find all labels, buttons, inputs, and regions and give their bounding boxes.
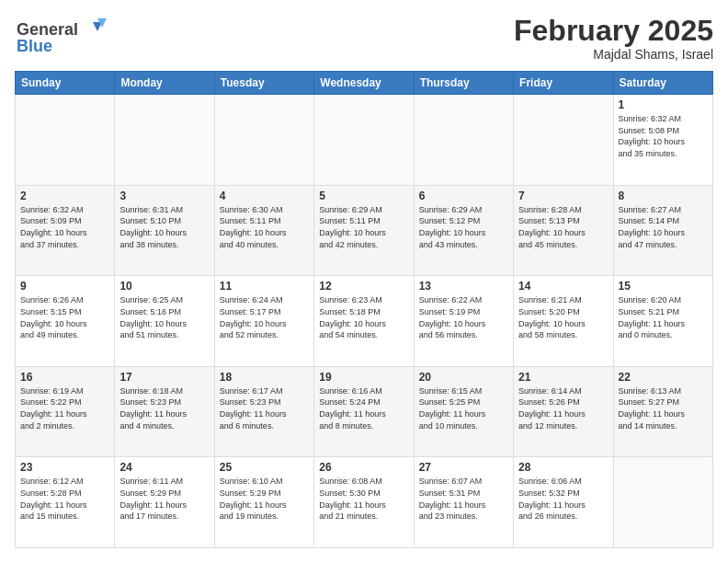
table-row: 4Sunrise: 6:30 AM Sunset: 5:11 PM Daylig…: [214, 185, 313, 276]
day-info: Sunrise: 6:17 AM Sunset: 5:23 PM Dayligh…: [220, 385, 309, 431]
table-row: 13Sunrise: 6:22 AM Sunset: 5:19 PM Dayli…: [414, 276, 513, 367]
table-row: 15Sunrise: 6:20 AM Sunset: 5:21 PM Dayli…: [613, 276, 712, 367]
day-info: Sunrise: 6:31 AM Sunset: 5:10 PM Dayligh…: [119, 204, 209, 250]
day-number: 2: [20, 190, 109, 202]
table-row: 19Sunrise: 6:16 AM Sunset: 5:24 PM Dayli…: [314, 366, 414, 457]
day-info: Sunrise: 6:23 AM Sunset: 5:18 PM Dayligh…: [319, 294, 408, 340]
day-number: 27: [419, 461, 508, 474]
day-number: 11: [220, 280, 309, 293]
day-info: Sunrise: 6:26 AM Sunset: 5:15 PM Dayligh…: [20, 294, 109, 340]
day-number: 22: [619, 371, 708, 384]
table-row: 1Sunrise: 6:32 AM Sunset: 5:08 PM Daylig…: [613, 95, 712, 186]
calendar-week-row: 16Sunrise: 6:19 AM Sunset: 5:22 PM Dayli…: [16, 366, 713, 457]
day-number: 25: [220, 461, 309, 474]
day-info: Sunrise: 6:27 AM Sunset: 5:14 PM Dayligh…: [619, 204, 708, 250]
day-info: Sunrise: 6:06 AM Sunset: 5:32 PM Dayligh…: [518, 476, 608, 522]
header-tuesday: Tuesday: [214, 72, 313, 95]
svg-text:General: General: [17, 20, 78, 39]
location-subtitle: Majdal Shams, Israel: [514, 47, 713, 62]
day-number: 26: [319, 461, 408, 474]
table-row: 7Sunrise: 6:28 AM Sunset: 5:13 PM Daylig…: [514, 185, 613, 276]
day-number: 5: [319, 190, 408, 202]
svg-text:Blue: Blue: [17, 37, 52, 55]
day-number: 7: [518, 190, 608, 202]
header-thursday: Thursday: [414, 72, 513, 95]
day-info: Sunrise: 6:10 AM Sunset: 5:29 PM Dayligh…: [220, 476, 309, 522]
day-info: Sunrise: 6:19 AM Sunset: 5:22 PM Dayligh…: [20, 385, 109, 431]
table-row: 26Sunrise: 6:08 AM Sunset: 5:30 PM Dayli…: [314, 457, 414, 548]
day-number: 3: [119, 190, 209, 202]
day-number: 28: [518, 461, 608, 474]
day-info: Sunrise: 6:13 AM Sunset: 5:27 PM Dayligh…: [619, 385, 708, 431]
table-row: 5Sunrise: 6:29 AM Sunset: 5:11 PM Daylig…: [314, 185, 414, 276]
logo: General Blue: [15, 15, 116, 59]
table-row: 14Sunrise: 6:21 AM Sunset: 5:20 PM Dayli…: [514, 276, 613, 367]
table-row: [16, 95, 115, 186]
day-info: Sunrise: 6:12 AM Sunset: 5:28 PM Dayligh…: [20, 476, 109, 522]
day-number: 18: [220, 371, 309, 384]
table-row: 6Sunrise: 6:29 AM Sunset: 5:12 PM Daylig…: [414, 185, 513, 276]
table-row: [613, 457, 712, 548]
table-row: 2Sunrise: 6:32 AM Sunset: 5:09 PM Daylig…: [16, 185, 115, 276]
table-row: 12Sunrise: 6:23 AM Sunset: 5:18 PM Dayli…: [314, 276, 414, 367]
day-number: 12: [319, 280, 408, 293]
logo-text: General Blue: [15, 15, 116, 59]
day-info: Sunrise: 6:29 AM Sunset: 5:12 PM Dayligh…: [419, 204, 508, 250]
calendar-week-row: 1Sunrise: 6:32 AM Sunset: 5:08 PM Daylig…: [16, 95, 713, 186]
day-number: 24: [119, 461, 209, 474]
day-info: Sunrise: 6:32 AM Sunset: 5:08 PM Dayligh…: [619, 113, 708, 159]
table-row: 10Sunrise: 6:25 AM Sunset: 5:16 PM Dayli…: [115, 276, 214, 367]
header-friday: Friday: [514, 72, 613, 95]
calendar-week-row: 2Sunrise: 6:32 AM Sunset: 5:09 PM Daylig…: [16, 185, 713, 276]
calendar-table: Sunday Monday Tuesday Wednesday Thursday…: [15, 71, 713, 548]
day-info: Sunrise: 6:07 AM Sunset: 5:31 PM Dayligh…: [419, 476, 508, 522]
table-row: [514, 95, 613, 186]
table-row: 27Sunrise: 6:07 AM Sunset: 5:31 PM Dayli…: [414, 457, 513, 548]
table-row: [115, 95, 214, 186]
day-info: Sunrise: 6:21 AM Sunset: 5:20 PM Dayligh…: [518, 294, 608, 340]
day-info: Sunrise: 6:14 AM Sunset: 5:26 PM Dayligh…: [518, 385, 608, 431]
table-row: 17Sunrise: 6:18 AM Sunset: 5:23 PM Dayli…: [115, 366, 214, 457]
day-info: Sunrise: 6:20 AM Sunset: 5:21 PM Dayligh…: [619, 294, 708, 340]
day-info: Sunrise: 6:22 AM Sunset: 5:19 PM Dayligh…: [419, 294, 508, 340]
day-info: Sunrise: 6:25 AM Sunset: 5:16 PM Dayligh…: [119, 294, 209, 340]
day-number: 9: [20, 280, 109, 293]
day-info: Sunrise: 6:30 AM Sunset: 5:11 PM Dayligh…: [220, 204, 309, 250]
day-number: 19: [319, 371, 408, 384]
table-row: 9Sunrise: 6:26 AM Sunset: 5:15 PM Daylig…: [16, 276, 115, 367]
day-number: 10: [119, 280, 209, 293]
day-number: 8: [619, 190, 708, 202]
table-row: 20Sunrise: 6:15 AM Sunset: 5:25 PM Dayli…: [414, 366, 513, 457]
day-number: 17: [119, 371, 209, 384]
day-number: 14: [518, 280, 608, 293]
table-row: 3Sunrise: 6:31 AM Sunset: 5:10 PM Daylig…: [115, 185, 214, 276]
day-number: 4: [220, 190, 309, 202]
title-block: February 2025 Majdal Shams, Israel: [514, 15, 713, 62]
table-row: 21Sunrise: 6:14 AM Sunset: 5:26 PM Dayli…: [514, 366, 613, 457]
day-info: Sunrise: 6:24 AM Sunset: 5:17 PM Dayligh…: [220, 294, 309, 340]
day-info: Sunrise: 6:32 AM Sunset: 5:09 PM Dayligh…: [20, 204, 109, 250]
table-row: 16Sunrise: 6:19 AM Sunset: 5:22 PM Dayli…: [16, 366, 115, 457]
day-number: 13: [419, 280, 508, 293]
calendar-week-row: 23Sunrise: 6:12 AM Sunset: 5:28 PM Dayli…: [16, 457, 713, 548]
table-row: 24Sunrise: 6:11 AM Sunset: 5:29 PM Dayli…: [115, 457, 214, 548]
month-title: February 2025: [514, 15, 713, 47]
calendar-header-row: Sunday Monday Tuesday Wednesday Thursday…: [16, 72, 713, 95]
day-number: 21: [518, 371, 608, 384]
day-number: 20: [419, 371, 508, 384]
table-row: [414, 95, 513, 186]
day-info: Sunrise: 6:11 AM Sunset: 5:29 PM Dayligh…: [119, 476, 209, 522]
header-wednesday: Wednesday: [314, 72, 414, 95]
day-info: Sunrise: 6:28 AM Sunset: 5:13 PM Dayligh…: [518, 204, 608, 250]
table-row: 18Sunrise: 6:17 AM Sunset: 5:23 PM Dayli…: [214, 366, 313, 457]
table-row: [214, 95, 313, 186]
table-row: 28Sunrise: 6:06 AM Sunset: 5:32 PM Dayli…: [514, 457, 613, 548]
header: General Blue February 2025 Majdal Shams,…: [15, 15, 713, 62]
table-row: 8Sunrise: 6:27 AM Sunset: 5:14 PM Daylig…: [613, 185, 712, 276]
day-info: Sunrise: 6:08 AM Sunset: 5:30 PM Dayligh…: [319, 476, 408, 522]
day-number: 15: [619, 280, 708, 293]
table-row: 11Sunrise: 6:24 AM Sunset: 5:17 PM Dayli…: [214, 276, 313, 367]
day-number: 6: [419, 190, 508, 202]
day-info: Sunrise: 6:16 AM Sunset: 5:24 PM Dayligh…: [319, 385, 408, 431]
calendar-week-row: 9Sunrise: 6:26 AM Sunset: 5:15 PM Daylig…: [16, 276, 713, 367]
